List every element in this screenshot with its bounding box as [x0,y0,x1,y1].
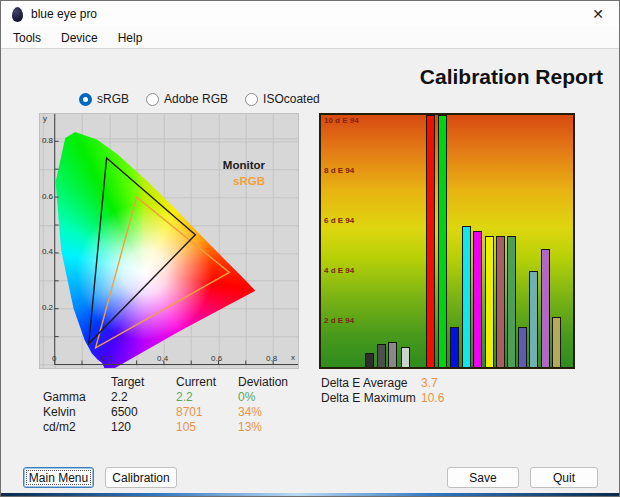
menu-tools[interactable]: Tools [3,29,51,47]
x-tick: 0.8 [266,355,277,363]
bar-blue [450,327,459,367]
bar-cyan [462,226,471,367]
y-tick: 0.4 [41,248,53,256]
radio-isocoated-label: ISOcoated [263,92,320,106]
bar-yellow [485,236,494,367]
radio-adobe-rgb-circle[interactable] [146,93,159,106]
de-axis-label: 8 d E 94 [324,166,354,175]
save-button[interactable]: Save [447,467,519,488]
bar-red [426,115,435,367]
x-tick: 0 [52,355,56,363]
bar-cadet-blue [529,271,538,367]
legend-srgb: sRGB [170,174,265,189]
table-corner [43,375,111,390]
col-header-deviation: Deviation [238,375,310,390]
delta-e-maximum-value: 10.6 [421,391,444,406]
quit-button[interactable]: Quit [530,467,598,488]
de-axis-label: 10 d E 94 [324,116,359,125]
page-title: Calibration Report [420,65,603,89]
bar-gray-light [401,347,410,367]
gamma-deviation: 0% [238,390,310,405]
de-axis-label: 2 d E 94 [324,316,354,325]
gamut-overlay [40,114,299,369]
delta-e-average-label: Delta E Average [321,376,421,391]
row-label-luminance: cd/m2 [43,420,111,435]
window-title: blue eye pro [31,7,97,21]
calibration-results-table: Target Current Deviation Gamma 2.2 2.2 0… [43,375,310,435]
kelvin-current: 8701 [176,405,238,420]
main-menu-button[interactable]: Main Menu [23,467,94,488]
x-tick: 0.6 [211,355,222,363]
close-icon[interactable]: ✕ [585,4,611,24]
col-header-current: Current [176,375,238,390]
legend-monitor: Monitor [170,158,265,173]
srgb-gamut-triangle [96,197,230,348]
radio-isocoated[interactable]: ISOcoated [245,92,320,106]
cie-chromaticity-diagram: y x 0.8 0.6 0.4 0.2 0 0.2 0.4 0.6 0.8 Mo… [39,113,299,369]
row-label-kelvin: Kelvin [43,405,111,420]
delta-e-summary: Delta E Average 3.7 Delta E Maximum 10.6 [321,376,444,406]
bar-brown [496,236,505,367]
bar-gray-dark [365,353,374,367]
gamma-target: 2.2 [111,390,176,405]
y-axis-title: y [43,115,47,123]
x-tick: 0.4 [157,355,168,363]
y-tick: 0.2 [41,304,53,312]
luminance-deviation: 13% [238,420,310,435]
luminance-current: 105 [176,420,238,435]
menu-help[interactable]: Help [108,29,153,47]
col-header-target: Target [111,375,176,390]
y-tick: 0.8 [41,137,53,145]
profile-radio-group: sRGB Adobe RGB ISOcoated [79,92,320,106]
radio-srgb-label: sRGB [97,92,129,106]
radio-srgb-circle[interactable] [79,93,92,106]
bar-magenta [473,231,482,367]
delta-e-maximum-label: Delta E Maximum [321,391,421,406]
delta-e-average-value: 3.7 [421,376,438,391]
app-window: blue eye pro ✕ Tools Device Help Calibra… [0,0,620,497]
radio-adobe-rgb[interactable]: Adobe RGB [146,92,228,106]
menu-bar: Tools Device Help [1,27,619,49]
row-label-gamma: Gamma [43,390,111,405]
bar-sea-green [507,236,516,367]
x-axis-title: x [291,354,295,362]
luminance-target: 120 [111,420,176,435]
bar-khaki [552,317,561,367]
bar-gray-mid [388,342,397,367]
x-tick: 0.2 [102,355,113,363]
bar-slate-blue [518,327,527,367]
de-axis-label: 6 d E 94 [324,216,354,225]
y-tick: 0.6 [41,193,53,201]
menu-device[interactable]: Device [51,29,108,47]
bar-orchid [541,249,550,367]
kelvin-deviation: 34% [238,405,310,420]
kelvin-target: 6500 [111,405,176,420]
app-icon [12,7,23,22]
radio-adobe-rgb-label: Adobe RGB [164,92,228,106]
radio-isocoated-circle[interactable] [245,93,258,106]
gamma-current: 2.2 [176,390,238,405]
delta-e-bar-chart: 10 d E 94 8 d E 94 6 d E 94 4 d E 94 2 d… [319,113,575,369]
radio-srgb[interactable]: sRGB [79,92,129,106]
de-axis-label: 4 d E 94 [324,266,354,275]
bar-gray-mid-dark [377,344,386,367]
calibration-button[interactable]: Calibration [105,467,177,488]
bar-green [438,115,447,367]
title-bar: blue eye pro ✕ [1,1,619,27]
window-bottom-edge [1,493,619,496]
